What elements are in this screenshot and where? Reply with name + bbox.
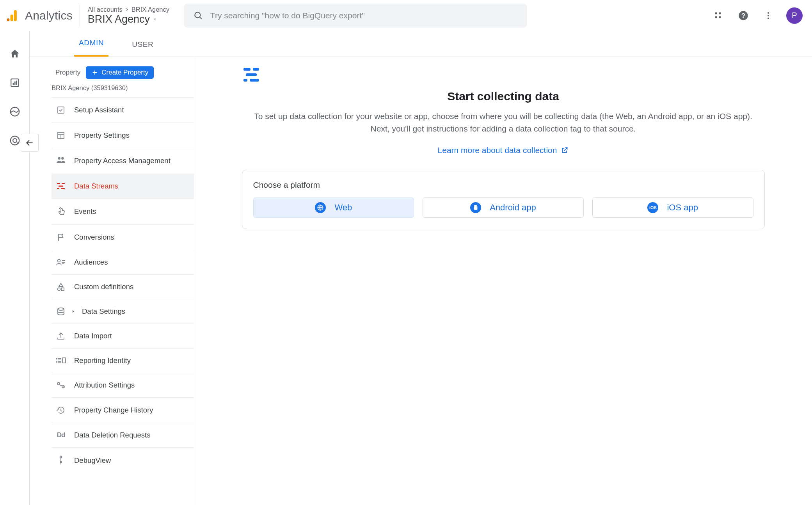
svg-point-10 <box>768 12 769 14</box>
platform-ios-button[interactable]: iOS iOS app <box>592 197 753 218</box>
platform-web-button[interactable]: Web <box>253 197 414 218</box>
menu-data-import[interactable]: Data Import <box>52 324 194 348</box>
menu-data-streams[interactable]: Data Streams <box>52 174 194 198</box>
svg-rect-35 <box>58 358 61 359</box>
svg-rect-31 <box>61 288 64 290</box>
svg-rect-26 <box>59 185 63 187</box>
caret-down-icon <box>152 16 158 22</box>
external-link-icon <box>561 146 569 154</box>
checkbox-icon <box>55 105 66 115</box>
explore-icon[interactable] <box>7 104 23 119</box>
svg-rect-14 <box>12 83 14 85</box>
svg-rect-6 <box>715 16 717 18</box>
svg-rect-43 <box>253 68 259 71</box>
search-bar[interactable] <box>184 4 527 28</box>
svg-rect-5 <box>719 12 721 14</box>
svg-point-2 <box>7 18 9 21</box>
svg-rect-27 <box>57 188 59 189</box>
topbar: Analytics All accounts BRIX Agency BRIX … <box>0 0 812 31</box>
admin-tabs: ADMIN USER <box>30 31 812 57</box>
svg-rect-44 <box>246 73 257 76</box>
svg-rect-7 <box>719 16 721 18</box>
data-streams-hero-icon <box>242 66 765 84</box>
analytics-logo-icon <box>6 9 20 23</box>
history-icon <box>55 405 66 415</box>
property-label: Property <box>55 69 80 76</box>
search-input[interactable] <box>210 11 518 20</box>
menu-attribution-settings[interactable]: Attribution Settings <box>52 373 194 397</box>
upload-icon <box>55 332 66 340</box>
menu-change-history[interactable]: Property Change History <box>52 398 194 423</box>
menu-data-settings[interactable]: Data Settings <box>52 299 194 324</box>
platform-card: Choose a platform Web Android app iOS <box>242 170 765 229</box>
menu-conversions[interactable]: Conversions <box>52 225 194 250</box>
svg-rect-36 <box>58 361 61 363</box>
left-rail <box>0 31 30 505</box>
svg-point-41 <box>60 461 62 463</box>
svg-point-12 <box>768 18 769 19</box>
svg-rect-25 <box>62 183 65 184</box>
account-path: All accounts BRIX Agency <box>88 6 174 13</box>
svg-rect-24 <box>57 183 60 184</box>
svg-point-48 <box>475 206 475 206</box>
brand[interactable]: Analytics <box>6 5 80 27</box>
menu-deletion-requests[interactable]: Dd Data Deletion Requests <box>52 423 194 447</box>
svg-point-23 <box>61 157 64 160</box>
ios-icon: iOS <box>647 202 658 213</box>
property-name: BRIX Agency (359319630) <box>52 82 194 97</box>
svg-rect-0 <box>14 10 17 21</box>
people-icon <box>55 156 66 164</box>
shapes-icon <box>55 283 66 291</box>
menu-setup-assistant[interactable]: Setup Assistant <box>52 98 194 123</box>
svg-point-49 <box>476 206 477 206</box>
svg-rect-16 <box>16 81 17 85</box>
svg-point-3 <box>195 12 200 18</box>
home-icon[interactable] <box>7 46 23 62</box>
path-all: All accounts <box>88 6 123 13</box>
svg-point-22 <box>58 157 60 160</box>
svg-rect-1 <box>11 14 13 21</box>
property-header: Property Create Property <box>52 57 194 82</box>
advertising-icon[interactable] <box>7 133 23 148</box>
menu-property-settings[interactable]: Property Settings <box>52 123 194 148</box>
search-icon <box>193 11 203 21</box>
svg-rect-15 <box>14 82 15 85</box>
user-avatar[interactable]: P <box>786 7 803 24</box>
svg-rect-33 <box>56 358 57 359</box>
svg-point-40 <box>60 456 62 458</box>
menu-events[interactable]: Events <box>52 199 194 224</box>
platform-android-button[interactable]: Android app <box>423 197 584 218</box>
menu-property-access[interactable]: Property Access Management <box>52 148 194 174</box>
layout-icon <box>55 131 66 140</box>
settings-sidebar: Property Create Property BRIX Agency (35… <box>30 57 194 505</box>
reports-icon[interactable] <box>7 75 23 91</box>
product-name: Analytics <box>25 9 73 22</box>
create-property-button[interactable]: Create Property <box>86 66 154 79</box>
database-icon <box>55 307 66 316</box>
chevron-right-icon <box>71 309 76 314</box>
svg-rect-34 <box>56 361 57 363</box>
back-button[interactable] <box>21 134 39 152</box>
menu-custom-definitions[interactable]: Custom definitions <box>52 275 194 299</box>
more-vert-icon[interactable] <box>761 9 775 23</box>
page-title: Start collecting data <box>242 90 765 103</box>
account-selector[interactable]: All accounts BRIX Agency BRIX Agency <box>85 6 174 25</box>
svg-point-32 <box>58 308 64 310</box>
top-actions: ? P <box>711 7 803 24</box>
help-icon[interactable]: ? <box>736 9 750 23</box>
tab-admin[interactable]: ADMIN <box>74 39 108 57</box>
menu-debugview[interactable]: DebugView <box>52 448 194 473</box>
apps-icon[interactable] <box>711 9 725 23</box>
path-account: BRIX Agency <box>131 6 169 13</box>
svg-point-11 <box>768 15 769 16</box>
menu-audiences[interactable]: Audiences <box>52 250 194 274</box>
identity-icon <box>55 357 66 364</box>
audience-icon <box>55 258 66 266</box>
tab-user[interactable]: USER <box>127 40 158 57</box>
svg-rect-46 <box>250 79 259 82</box>
main-panel: Start collecting data To set up data col… <box>194 57 812 505</box>
learn-more-link[interactable]: Learn more about data collection <box>438 146 569 155</box>
menu-reporting-identity[interactable]: Reporting Identity <box>52 349 194 373</box>
svg-text:?: ? <box>741 12 745 19</box>
svg-rect-45 <box>243 79 247 82</box>
